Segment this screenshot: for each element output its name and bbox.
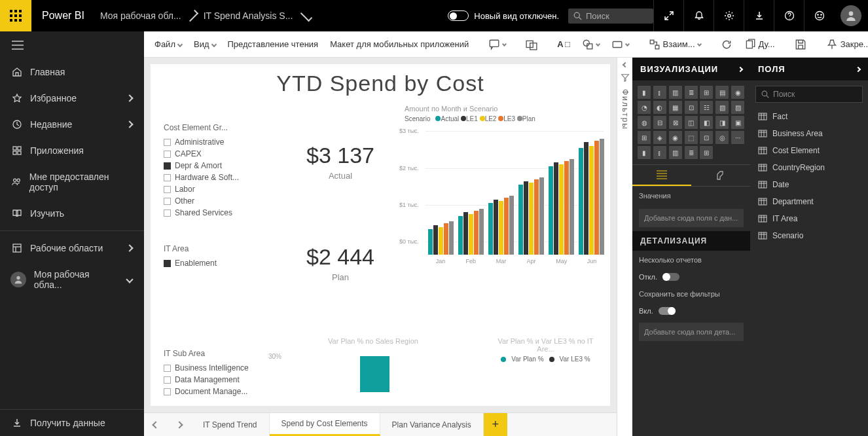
download-button[interactable] (744, 0, 774, 31)
viz-type-button[interactable]: ◎ (715, 131, 729, 144)
fullscreen-button[interactable] (653, 0, 683, 31)
chart-amount-by-month[interactable]: Amount по Month и Scenario Scenario Actu… (399, 103, 607, 306)
ribbon-save-button[interactable] (791, 37, 810, 52)
nav-learn[interactable]: Изучить (0, 200, 144, 227)
viz-type-button[interactable]: ⊡ (685, 101, 698, 114)
viz-type-button[interactable]: ▤ (715, 86, 729, 99)
drillthrough-dropzone[interactable]: Добавьте сюда поля дета... (639, 323, 744, 341)
viz-type-button[interactable]: ◧ (700, 116, 713, 129)
feedback-button[interactable] (804, 0, 834, 31)
cross-report-toggle[interactable]: Откл. (632, 269, 750, 285)
ribbon-mobile-layout[interactable]: Макет для мобильных приложений (326, 37, 473, 51)
viz-type-button[interactable]: ⊞ (638, 131, 651, 144)
fields-search[interactable]: Поиск (755, 86, 863, 103)
viz-type-button[interactable]: ▥ (669, 86, 682, 99)
field-table[interactable]: IT Area (750, 210, 868, 227)
nav-recent[interactable]: Недавние (0, 111, 144, 137)
notifications-button[interactable] (683, 0, 714, 31)
viz-type-button[interactable]: ▣ (731, 116, 744, 129)
ribbon-button-button[interactable] (607, 37, 633, 52)
field-table[interactable]: Business Area (750, 125, 868, 142)
nav-home[interactable]: Главная (0, 59, 144, 85)
field-table[interactable]: CountryRegion (750, 159, 868, 176)
field-table[interactable]: Date (750, 176, 868, 193)
tab-plan-variance[interactable]: Plan Variance Analysis (380, 413, 484, 436)
viz-type-button[interactable]: ⬚ (685, 131, 698, 144)
viz-type-button[interactable]: ◉ (731, 86, 744, 99)
filters-pane-collapsed[interactable]: Фильтры (617, 58, 632, 436)
viz-type-button[interactable]: ◔ (638, 101, 651, 114)
slicer-item[interactable]: Administrative (164, 136, 262, 148)
viz-type-button[interactable]: ⊠ (669, 116, 682, 129)
viz-type-button[interactable]: ◫ (685, 116, 698, 129)
viz-type-button[interactable]: ⊟ (653, 116, 666, 129)
viz-type-button[interactable]: ⊞ (700, 146, 713, 159)
ribbon-text-button[interactable]: A (553, 37, 573, 51)
viz-type-button[interactable]: ▥ (669, 146, 682, 159)
ribbon-interactions[interactable]: Взаим... (645, 37, 705, 52)
slicer-item[interactable]: Hardware & Soft... (164, 172, 262, 183)
viz-type-button[interactable]: ◨ (715, 116, 729, 129)
report-canvas[interactable]: YTD Spend by Cost Cost Element Gr... Adm… (151, 64, 610, 406)
viz-type-button[interactable]: ◉ (669, 131, 682, 144)
search-box[interactable]: Поиск (568, 9, 653, 24)
slicer-item[interactable]: CAPEX (164, 148, 262, 160)
ribbon-pin[interactable]: Закре... (822, 37, 868, 52)
nav-workspaces[interactable]: Рабочие области (0, 235, 144, 261)
viz-type-button[interactable]: ☷ (700, 101, 713, 114)
nav-shared[interactable]: Мне предоставлен доступ (0, 164, 144, 200)
settings-button[interactable] (714, 0, 744, 31)
format-tab[interactable] (691, 165, 750, 186)
tab-next-button[interactable] (168, 413, 191, 436)
slicer-it-area[interactable]: IT Area Enablement (164, 244, 262, 269)
chart-var-plan-it-area[interactable]: Var Plan % и Var LE3 % по IT Are... Var … (484, 336, 607, 364)
values-dropzone[interactable]: Добавьте сюда поля с дан... (639, 209, 744, 227)
ribbon-refresh-button[interactable] (717, 37, 736, 52)
ribbon-reading-view[interactable]: Представление чтения (224, 37, 323, 51)
viz-type-button[interactable]: ▦ (669, 101, 682, 114)
nav-favorites[interactable]: Избранное (0, 85, 144, 111)
field-table[interactable]: Cost Element (750, 142, 868, 159)
chart-var-plan-region[interactable]: Var Plan % по Sales Region 30% (268, 336, 478, 392)
slicer-item[interactable]: Data Management (164, 374, 275, 386)
breadcrumb-report[interactable]: IT Spend Analysis S... (198, 10, 298, 21)
viz-type-button[interactable]: ▨ (731, 101, 744, 114)
tab-spend-by-cost[interactable]: Spend by Cost Elements (270, 413, 380, 436)
slicer-it-sub-area[interactable]: IT Sub Area Business IntelligenceData Ma… (164, 349, 275, 397)
viz-panel-header[interactable]: ВИЗУАЛИЗАЦИИ (632, 58, 750, 81)
field-table[interactable]: Fact (750, 108, 868, 125)
viz-type-button[interactable]: ≣ (685, 146, 698, 159)
nav-apps[interactable]: Приложения (0, 137, 144, 164)
slicer-item[interactable]: Other (164, 195, 262, 207)
ribbon-view[interactable]: Вид (190, 37, 220, 51)
viz-type-button[interactable]: ◈ (653, 131, 666, 144)
viz-type-button[interactable]: ≣ (685, 86, 698, 99)
viz-type-button[interactable]: ▮ (638, 86, 651, 99)
viz-type-button[interactable]: ▧ (715, 101, 729, 114)
slicer-item[interactable]: Labor (164, 183, 262, 195)
ribbon-duplicate[interactable]: Ду... (740, 37, 779, 52)
field-table[interactable]: Scenario (750, 227, 868, 244)
card-actual[interactable]: $3 137 Actual (291, 143, 389, 181)
add-page-button[interactable]: + (484, 413, 507, 436)
new-look-toggle[interactable]: Новый вид отключен. (439, 10, 568, 21)
card-plan[interactable]: $2 444 Plan (291, 244, 389, 282)
ribbon-file[interactable]: Файл (151, 37, 186, 51)
viz-type-button[interactable]: ⫿ (653, 86, 666, 99)
viz-type-button[interactable]: ▮ (638, 146, 651, 159)
slicer-item[interactable]: Depr & Amort (164, 160, 262, 172)
toggle-switch[interactable] (448, 10, 469, 21)
slicer-item[interactable]: Document Manage... (164, 386, 275, 397)
ribbon-comment-button[interactable] (484, 37, 510, 52)
tab-it-spend-trend[interactable]: IT Spend Trend (191, 413, 270, 436)
nav-toggle[interactable] (0, 31, 144, 59)
help-button[interactable] (774, 0, 804, 31)
viz-type-button[interactable]: ◍ (638, 116, 651, 129)
viz-type-button[interactable]: ◐ (653, 101, 666, 114)
viz-type-button[interactable]: ⊡ (700, 131, 713, 144)
nav-get-data[interactable]: Получить данные (0, 409, 144, 436)
nav-my-workspace[interactable]: Моя рабочая обла... (0, 261, 144, 298)
slicer-item[interactable]: Business Intelligence (164, 362, 275, 374)
viz-type-button[interactable]: ⊞ (700, 86, 713, 99)
ribbon-shapes-button[interactable] (578, 37, 604, 52)
